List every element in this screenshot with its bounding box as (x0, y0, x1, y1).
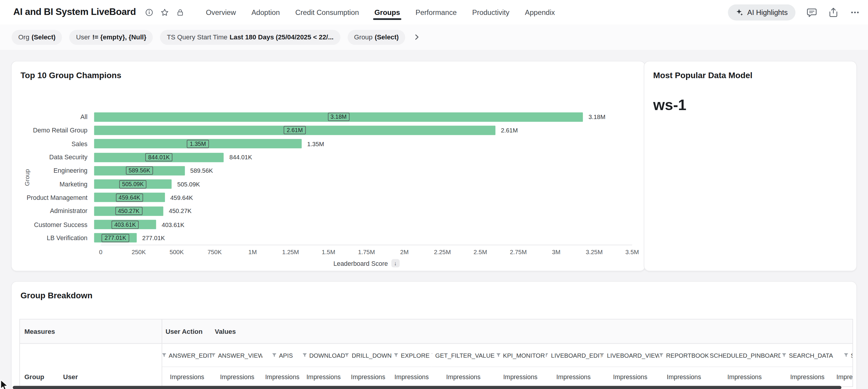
category-label: Marketing (21, 181, 94, 187)
filter-chip-user[interactable]: User!= {empty}, {Null} (69, 30, 153, 44)
filter-chips: Org(Select)User!= {empty}, {Null}TS Quer… (12, 30, 405, 44)
column-filter-icon[interactable] (659, 353, 664, 358)
share-icon[interactable] (828, 7, 838, 17)
tab-appendix[interactable]: Appendix (525, 1, 555, 24)
column-filter-icon[interactable] (302, 353, 307, 358)
sort-desc-icon[interactable]: ↓ (391, 259, 400, 268)
column-measure-label: Impressions (162, 367, 212, 387)
bar[interactable]: 844.01K (94, 152, 224, 162)
favorite-star-icon[interactable] (160, 8, 168, 17)
column-filter-icon[interactable] (432, 353, 433, 358)
bar[interactable]: 2.61M (94, 126, 495, 135)
chevron-right-icon[interactable] (413, 33, 421, 41)
bar-inner-label: 2.61M (284, 126, 306, 134)
x-axis-ticks: 0250K500K750K1M1.25M1.5M1.75M2M2.25M2.5M… (101, 248, 632, 256)
tab-performance[interactable]: Performance (415, 1, 457, 24)
bar-value-label: 277.01K (142, 235, 165, 241)
tab-productivity[interactable]: Productivity (472, 1, 509, 24)
liveboard-app: AI and BI System LiveBoard OverviewAdopt… (0, 0, 868, 389)
column-filter-icon[interactable] (345, 353, 349, 358)
bar[interactable]: 3.18M (94, 112, 583, 122)
lock-icon[interactable] (176, 8, 184, 17)
pivot-column-liveboard-edit: LIVEBOARD_EDITImpressions (546, 343, 601, 387)
bar-track: 589.56K589.56K (94, 166, 632, 175)
column-filter-icon[interactable] (162, 353, 166, 358)
bar-value-label: 2.61M (501, 127, 518, 133)
column-header[interactable]: LIVEBOARD_VIEW (601, 343, 659, 367)
column-measure-label: Impressions (391, 367, 432, 387)
column-filter-icon[interactable] (546, 353, 549, 358)
column-header[interactable]: ANSWER_EDIT (162, 343, 212, 367)
bar[interactable]: 403.61K (94, 220, 156, 230)
x-axis-line (101, 245, 632, 245)
column-filter-icon[interactable] (212, 353, 216, 358)
more-menu-icon[interactable] (850, 7, 860, 17)
column-header[interactable]: REPORTBOOK (659, 343, 708, 367)
column-filter-icon[interactable] (496, 353, 501, 358)
column-filter-icon[interactable] (843, 353, 848, 358)
column-header[interactable]: GET_FILTER_VALUES (432, 343, 495, 367)
comments-icon[interactable] (807, 7, 817, 17)
tab-adoption[interactable]: Adoption (251, 1, 280, 24)
filter-name: Group (354, 33, 373, 41)
column-filter-icon[interactable] (601, 353, 604, 358)
bar[interactable]: 459.64K (94, 193, 165, 203)
column-measure-label: Impressions (345, 367, 391, 387)
chart-title: Top 10 Group Champions (21, 70, 121, 80)
tab-credit-consumption[interactable]: Credit Consumption (295, 1, 359, 24)
bar-inner-label: 277.01K (102, 234, 129, 242)
bar-row-marketing: Marketing505.09K505.09K (21, 178, 632, 191)
column-header[interactable]: SEARCH_DATA (781, 343, 834, 367)
bar[interactable]: 1.35M (94, 139, 302, 149)
filter-name: User (76, 33, 90, 41)
bar-value-label: 505.09K (177, 181, 200, 187)
bar[interactable]: 505.09K (94, 180, 172, 189)
filter-chip-group[interactable]: Group(Select) (347, 30, 405, 44)
bar[interactable]: 277.01K (94, 233, 136, 243)
column-filter-icon[interactable] (272, 353, 277, 358)
pivot-column-reportbook: REPORTBOOKImpressions (659, 343, 708, 387)
nav-tabs: OverviewAdoptionCredit ConsumptionGroups… (206, 0, 555, 25)
column-filter-icon[interactable] (782, 353, 787, 358)
column-header[interactable]: DOWNLOAD (302, 343, 345, 367)
bar-value-label: 403.61K (162, 221, 184, 228)
filter-value: (Select) (375, 33, 399, 41)
x-tick: 250K (131, 248, 146, 255)
column-header[interactable]: SCHEDULED_PINBOARDS (708, 343, 780, 367)
ai-highlights-button[interactable]: AI Highlights (728, 4, 795, 20)
bar-inner-label: 450.27K (115, 207, 142, 215)
bar[interactable]: 589.56K (94, 166, 185, 175)
column-filter-icon[interactable] (394, 353, 399, 358)
filter-chip-org[interactable]: Org(Select) (12, 30, 62, 44)
column-header[interactable]: DRILL_DOWN (345, 343, 391, 367)
pivot-columns: ANSWER_EDITImpressionsANSWER_VIEWImpress… (162, 343, 852, 387)
bar-track: 277.01K277.01K (94, 233, 632, 243)
pivot-column-download: DOWNLOADImpressions (302, 343, 345, 387)
bar[interactable]: 450.27K (94, 206, 163, 216)
horizontal-scrollbar[interactable] (13, 386, 841, 389)
bar-inner-label: 459.64K (116, 193, 143, 202)
column-header[interactable]: ANSWER_VIEW (212, 343, 262, 367)
x-tick: 1.5M (322, 248, 335, 255)
tab-overview[interactable]: Overview (206, 1, 236, 24)
column-measure-label: Impressions (212, 367, 262, 387)
bar-track: 403.61K403.61K (94, 220, 632, 230)
column-header[interactable]: KPI_MONITOR (495, 343, 546, 367)
column-name: LIVEBOARD_EDIT (551, 352, 601, 358)
info-icon[interactable] (145, 8, 153, 17)
x-axis-title: Leaderboard Score ↓ (101, 259, 632, 268)
row-header-group: Group (20, 373, 63, 381)
column-header[interactable]: EXPLORE (391, 343, 432, 367)
bar-value-label: 589.56K (190, 167, 213, 174)
x-tick: 3.25M (586, 248, 603, 255)
column-measure-label: Impressions (546, 367, 601, 387)
column-header[interactable]: APIS (262, 343, 303, 367)
card-group-breakdown: Group Breakdown Measures User Action Val… (11, 281, 857, 389)
filter-chip-ts-query-start-time[interactable]: TS Query Start TimeLast 180 Days (25/04/… (160, 30, 340, 44)
filter-value: (Select) (32, 33, 56, 41)
column-header[interactable]: LIVEBOARD_EDIT (546, 343, 601, 367)
column-header[interactable]: SPO (834, 343, 852, 367)
column-measure-label: Impressions (601, 367, 659, 387)
tab-groups[interactable]: Groups (374, 1, 400, 24)
pivot-column-liveboard-view: LIVEBOARD_VIEWImpressions (601, 343, 659, 387)
